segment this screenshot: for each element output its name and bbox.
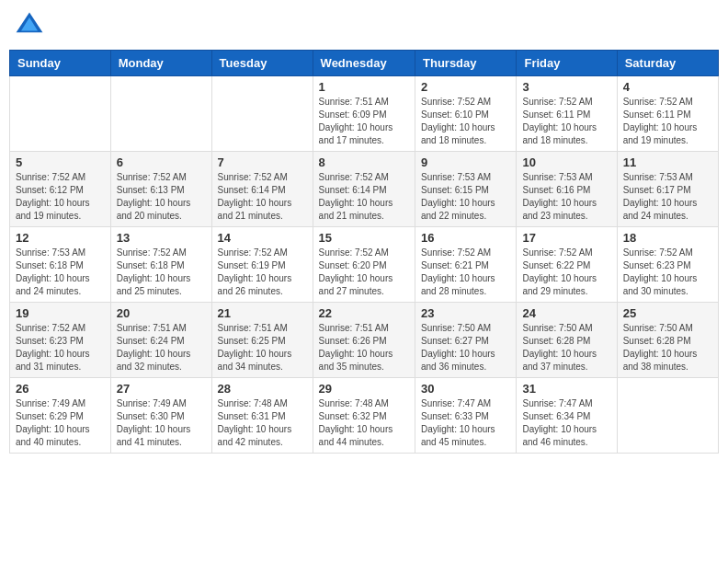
day-number: 27 <box>117 382 206 396</box>
day-number: 10 <box>522 155 610 169</box>
calendar-cell: 17Sunrise: 7:52 AM Sunset: 6:22 PM Dayli… <box>517 227 617 303</box>
calendar-cell: 24Sunrise: 7:50 AM Sunset: 6:28 PM Dayli… <box>517 303 617 378</box>
calendar-cell <box>211 76 313 152</box>
calendar-cell: 16Sunrise: 7:52 AM Sunset: 6:21 PM Dayli… <box>415 227 517 303</box>
day-info: Sunrise: 7:52 AM Sunset: 6:11 PM Dayligh… <box>522 96 610 147</box>
day-number: 6 <box>117 155 206 169</box>
calendar-cell: 23Sunrise: 7:50 AM Sunset: 6:27 PM Dayli… <box>415 303 517 378</box>
day-number: 7 <box>218 155 307 169</box>
calendar-week-row: 19Sunrise: 7:52 AM Sunset: 6:23 PM Dayli… <box>10 303 719 378</box>
day-number: 23 <box>421 306 510 320</box>
day-number: 11 <box>623 155 712 169</box>
calendar-cell <box>110 76 211 152</box>
day-number: 13 <box>117 231 206 245</box>
calendar-cell: 26Sunrise: 7:49 AM Sunset: 6:29 PM Dayli… <box>10 378 111 454</box>
day-number: 5 <box>16 155 105 169</box>
day-info: Sunrise: 7:47 AM Sunset: 6:34 PM Dayligh… <box>522 397 610 449</box>
day-info: Sunrise: 7:52 AM Sunset: 6:23 PM Dayligh… <box>623 247 712 298</box>
day-info: Sunrise: 7:51 AM Sunset: 6:25 PM Dayligh… <box>218 322 307 373</box>
day-number: 12 <box>16 231 105 245</box>
day-number: 2 <box>421 80 510 94</box>
calendar-cell: 9Sunrise: 7:53 AM Sunset: 6:15 PM Daylig… <box>415 152 517 227</box>
calendar-cell: 27Sunrise: 7:49 AM Sunset: 6:30 PM Dayli… <box>110 378 211 454</box>
day-number: 19 <box>16 306 105 320</box>
day-info: Sunrise: 7:52 AM Sunset: 6:18 PM Dayligh… <box>117 247 206 298</box>
day-info: Sunrise: 7:52 AM Sunset: 6:10 PM Dayligh… <box>421 96 510 147</box>
calendar-cell: 28Sunrise: 7:48 AM Sunset: 6:31 PM Dayli… <box>211 378 313 454</box>
calendar-cell: 29Sunrise: 7:48 AM Sunset: 6:32 PM Dayli… <box>313 378 415 454</box>
day-info: Sunrise: 7:53 AM Sunset: 6:18 PM Dayligh… <box>16 247 105 298</box>
calendar-table: SundayMondayTuesdayWednesdayThursdayFrid… <box>9 50 719 454</box>
day-info: Sunrise: 7:50 AM Sunset: 6:27 PM Dayligh… <box>421 322 510 373</box>
calendar-cell: 31Sunrise: 7:47 AM Sunset: 6:34 PM Dayli… <box>517 378 617 454</box>
calendar-cell: 6Sunrise: 7:52 AM Sunset: 6:13 PM Daylig… <box>110 152 211 227</box>
day-info: Sunrise: 7:47 AM Sunset: 6:33 PM Dayligh… <box>421 397 510 449</box>
calendar-cell: 5Sunrise: 7:52 AM Sunset: 6:12 PM Daylig… <box>10 152 111 227</box>
page-header <box>9 9 719 42</box>
day-info: Sunrise: 7:48 AM Sunset: 6:32 PM Dayligh… <box>319 397 409 449</box>
calendar-cell: 12Sunrise: 7:53 AM Sunset: 6:18 PM Dayli… <box>10 227 111 303</box>
day-number: 22 <box>319 306 409 320</box>
day-number: 18 <box>623 231 712 245</box>
day-number: 4 <box>623 80 712 94</box>
day-info: Sunrise: 7:49 AM Sunset: 6:30 PM Dayligh… <box>117 397 206 449</box>
calendar-cell: 2Sunrise: 7:52 AM Sunset: 6:10 PM Daylig… <box>415 76 517 152</box>
day-number: 20 <box>117 306 206 320</box>
day-info: Sunrise: 7:52 AM Sunset: 6:12 PM Dayligh… <box>16 171 105 223</box>
calendar-cell: 18Sunrise: 7:52 AM Sunset: 6:23 PM Dayli… <box>617 227 718 303</box>
day-number: 17 <box>522 231 610 245</box>
calendar-week-row: 1Sunrise: 7:51 AM Sunset: 6:09 PM Daylig… <box>10 76 719 152</box>
day-info: Sunrise: 7:52 AM Sunset: 6:14 PM Dayligh… <box>218 171 307 223</box>
calendar-week-row: 26Sunrise: 7:49 AM Sunset: 6:29 PM Dayli… <box>10 378 719 454</box>
day-info: Sunrise: 7:52 AM Sunset: 6:13 PM Dayligh… <box>117 171 206 223</box>
calendar-cell: 11Sunrise: 7:53 AM Sunset: 6:17 PM Dayli… <box>617 152 718 227</box>
calendar-cell: 1Sunrise: 7:51 AM Sunset: 6:09 PM Daylig… <box>313 76 415 152</box>
calendar-cell: 25Sunrise: 7:50 AM Sunset: 6:28 PM Dayli… <box>617 303 718 378</box>
day-number: 9 <box>421 155 510 169</box>
day-number: 25 <box>623 306 712 320</box>
day-number: 31 <box>522 382 610 396</box>
day-number: 30 <box>421 382 510 396</box>
weekday-header: Tuesday <box>211 51 313 76</box>
calendar-cell: 30Sunrise: 7:47 AM Sunset: 6:33 PM Dayli… <box>415 378 517 454</box>
day-number: 28 <box>218 382 307 396</box>
day-info: Sunrise: 7:50 AM Sunset: 6:28 PM Dayligh… <box>522 322 610 373</box>
day-info: Sunrise: 7:52 AM Sunset: 6:22 PM Dayligh… <box>522 247 610 298</box>
calendar-cell: 21Sunrise: 7:51 AM Sunset: 6:25 PM Dayli… <box>211 303 313 378</box>
calendar-cell: 14Sunrise: 7:52 AM Sunset: 6:19 PM Dayli… <box>211 227 313 303</box>
calendar-cell: 7Sunrise: 7:52 AM Sunset: 6:14 PM Daylig… <box>211 152 313 227</box>
day-info: Sunrise: 7:49 AM Sunset: 6:29 PM Dayligh… <box>16 397 105 449</box>
day-number: 29 <box>319 382 409 396</box>
day-info: Sunrise: 7:50 AM Sunset: 6:28 PM Dayligh… <box>623 322 712 373</box>
calendar-cell: 13Sunrise: 7:52 AM Sunset: 6:18 PM Dayli… <box>110 227 211 303</box>
weekday-header: Friday <box>517 51 617 76</box>
day-info: Sunrise: 7:48 AM Sunset: 6:31 PM Dayligh… <box>218 397 307 449</box>
weekday-header: Sunday <box>10 51 111 76</box>
day-info: Sunrise: 7:52 AM Sunset: 6:21 PM Dayligh… <box>421 247 510 298</box>
calendar-week-row: 5Sunrise: 7:52 AM Sunset: 6:12 PM Daylig… <box>10 152 719 227</box>
logo-icon <box>13 9 46 42</box>
weekday-header: Monday <box>110 51 211 76</box>
day-number: 26 <box>16 382 105 396</box>
day-info: Sunrise: 7:53 AM Sunset: 6:16 PM Dayligh… <box>522 171 610 223</box>
weekday-header: Wednesday <box>313 51 415 76</box>
day-number: 3 <box>522 80 610 94</box>
calendar-cell: 4Sunrise: 7:52 AM Sunset: 6:11 PM Daylig… <box>617 76 718 152</box>
day-number: 8 <box>319 155 409 169</box>
day-info: Sunrise: 7:51 AM Sunset: 6:26 PM Dayligh… <box>319 322 409 373</box>
calendar-cell: 22Sunrise: 7:51 AM Sunset: 6:26 PM Dayli… <box>313 303 415 378</box>
logo <box>13 9 50 42</box>
day-info: Sunrise: 7:52 AM Sunset: 6:14 PM Dayligh… <box>319 171 409 223</box>
calendar-cell <box>10 76 111 152</box>
day-number: 24 <box>522 306 610 320</box>
day-number: 16 <box>421 231 510 245</box>
calendar-cell: 20Sunrise: 7:51 AM Sunset: 6:24 PM Dayli… <box>110 303 211 378</box>
calendar-header-row: SundayMondayTuesdayWednesdayThursdayFrid… <box>10 51 719 76</box>
calendar-cell: 10Sunrise: 7:53 AM Sunset: 6:16 PM Dayli… <box>517 152 617 227</box>
weekday-header: Saturday <box>617 51 718 76</box>
day-number: 1 <box>319 80 409 94</box>
calendar-cell <box>617 378 718 454</box>
calendar-cell: 3Sunrise: 7:52 AM Sunset: 6:11 PM Daylig… <box>517 76 617 152</box>
calendar-cell: 8Sunrise: 7:52 AM Sunset: 6:14 PM Daylig… <box>313 152 415 227</box>
calendar-cell: 15Sunrise: 7:52 AM Sunset: 6:20 PM Dayli… <box>313 227 415 303</box>
